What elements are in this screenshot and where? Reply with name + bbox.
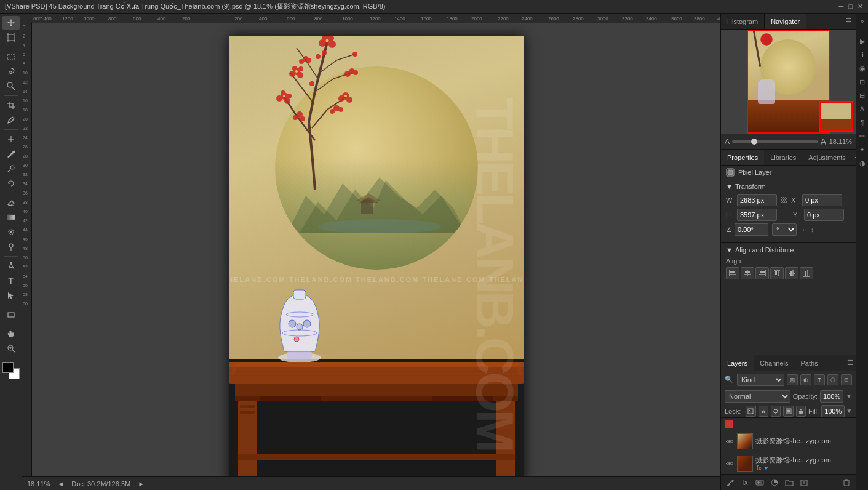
filter-pixel-btn[interactable]: ▨ — [787, 374, 798, 385]
link-layers-btn[interactable] — [725, 477, 736, 488]
new-fill-adj-btn[interactable] — [769, 477, 780, 488]
hand-tool[interactable] — [2, 327, 20, 340]
lasso-tool[interactable] — [2, 65, 20, 78]
lock-image-btn[interactable] — [759, 406, 768, 417]
fill-input[interactable] — [821, 405, 845, 417]
filter-shape-btn[interactable]: ⬡ — [827, 374, 838, 385]
brush-icon-r[interactable]: ✏ — [858, 131, 867, 141]
gradient-tool[interactable] — [2, 211, 20, 224]
flip-v-btn[interactable]: ↕ — [811, 226, 814, 233]
lock-all-btn[interactable] — [796, 406, 806, 417]
svg-point-82 — [316, 54, 321, 59]
arrow-right-btn[interactable]: ► — [138, 480, 145, 488]
h-input[interactable] — [737, 209, 777, 221]
info-icon[interactable]: ℹ — [858, 50, 867, 60]
align-section-title[interactable]: ▼ Align and Distribute — [726, 246, 851, 254]
align-bottom-btn[interactable] — [800, 267, 813, 279]
grid-icon[interactable]: ⊞ — [858, 77, 867, 87]
tab-libraries[interactable]: Libraries — [764, 150, 802, 165]
angle-dropdown[interactable]: ° — [772, 223, 797, 236]
blend-mode-select[interactable]: Normal — [725, 390, 790, 403]
tab-paths[interactable]: Paths — [795, 355, 824, 371]
tab-histogram[interactable]: Histogram — [721, 14, 765, 29]
lock-transparent-btn[interactable] — [746, 406, 755, 417]
align-hcenter-btn[interactable] — [741, 267, 754, 279]
filter-adj-btn[interactable]: ◐ — [800, 374, 811, 385]
zoom-in-btn[interactable]: A — [821, 137, 826, 147]
color-swatches[interactable] — [2, 362, 20, 379]
layer-item-0[interactable]: 摄影资源馆she...zyg.com — [721, 430, 856, 452]
transform-icon-r[interactable]: ⊟ — [858, 90, 867, 100]
align-right-btn[interactable] — [755, 267, 769, 279]
eyedropper-tool[interactable] — [2, 113, 20, 127]
tab-channels[interactable]: Channels — [754, 355, 794, 371]
zoom-tool[interactable] — [2, 342, 20, 355]
flip-h-btn[interactable]: ↔ — [802, 226, 808, 233]
type-tool[interactable]: T — [2, 274, 20, 287]
layer-visibility-1[interactable] — [725, 459, 735, 468]
layer-item-1[interactable]: 摄影资源馆she...zyg.com fx ▼ — [721, 452, 856, 474]
add-mask-btn[interactable] — [754, 477, 765, 488]
eraser-tool[interactable] — [2, 196, 20, 209]
marquee-tool[interactable] — [2, 50, 20, 63]
align-vcenter-btn[interactable] — [785, 267, 798, 279]
tab-adjustments[interactable]: Adjustments — [802, 150, 852, 165]
style-icon[interactable]: ✦ — [858, 145, 867, 155]
fill-dropdown-btn[interactable]: ▼ — [846, 408, 852, 414]
clone-stamp-tool[interactable] — [2, 162, 20, 175]
canvas-area[interactable]: THELANB.COM THELANB.COM THELANB.COM THEL… — [32, 23, 720, 476]
artboard-tool[interactable] — [2, 31, 20, 44]
play-icon[interactable]: ▶ — [858, 36, 867, 46]
new-layer-btn[interactable] — [798, 477, 810, 488]
char-icon[interactable]: A — [858, 104, 867, 114]
svg-rect-117 — [790, 271, 792, 276]
opacity-input[interactable] — [820, 390, 843, 403]
dodge-tool[interactable] — [2, 240, 20, 254]
align-left-btn[interactable] — [726, 267, 739, 279]
transform-section-title[interactable]: ▼ Transform — [726, 183, 851, 190]
y-input[interactable] — [804, 209, 844, 221]
move-tool[interactable] — [2, 16, 20, 30]
brush-tool[interactable] — [2, 147, 20, 161]
filter-smart-btn[interactable]: ⊞ — [841, 374, 852, 385]
link-wh-btn[interactable]: ⛓ — [779, 196, 789, 204]
delete-layer-btn[interactable] — [841, 477, 852, 488]
lock-position-btn[interactable] — [771, 406, 781, 417]
tab-properties[interactable]: Properties — [721, 150, 764, 165]
para-icon[interactable]: ¶ — [858, 118, 867, 127]
history-brush-tool[interactable] — [2, 177, 20, 190]
crop-tool[interactable] — [2, 98, 20, 112]
align-top-btn[interactable] — [770, 267, 784, 279]
minimize-btn[interactable]: ─ — [839, 2, 844, 10]
layers-menu-btn[interactable]: ☰ — [845, 359, 856, 367]
adjustment-icon[interactable]: ◑ — [858, 158, 867, 168]
navigator-menu-btn[interactable]: ☰ — [842, 14, 856, 29]
layer-visibility-0[interactable] — [725, 436, 735, 446]
zoom-slider[interactable] — [732, 140, 818, 143]
tab-navigator[interactable]: Navigator — [765, 14, 806, 29]
path-selection-tool[interactable] — [2, 289, 20, 302]
magic-wand-tool[interactable] — [2, 79, 20, 93]
tab-layers[interactable]: Layers — [721, 355, 754, 371]
zoom-out-btn[interactable]: A — [725, 137, 730, 146]
layer-kind-select[interactable]: Kind — [737, 374, 784, 386]
pen-tool[interactable] — [2, 259, 20, 273]
lock-artboard-btn[interactable] — [783, 406, 793, 417]
layer-filter-icon[interactable]: 🔍 — [725, 376, 733, 384]
angle-input[interactable] — [735, 223, 768, 236]
maximize-btn[interactable]: □ — [848, 2, 853, 10]
x-input[interactable] — [802, 194, 842, 206]
healing-tool[interactable] — [2, 132, 20, 146]
shape-tool[interactable] — [2, 308, 20, 321]
add-style-btn[interactable]: fx — [739, 477, 751, 488]
blur-tool[interactable] — [2, 225, 20, 239]
w-input[interactable] — [737, 194, 777, 206]
color-icon[interactable]: ◉ — [858, 63, 867, 73]
filter-type-btn[interactable]: T — [814, 374, 825, 385]
opacity-dropdown-btn[interactable]: ▼ — [846, 393, 852, 400]
new-group-btn[interactable] — [784, 477, 795, 488]
close-btn[interactable]: ✕ — [858, 2, 863, 10]
panel-expand-btn[interactable]: » — [858, 16, 867, 26]
arrow-left-btn[interactable]: ◄ — [57, 480, 64, 488]
transform-arrow: ▼ — [726, 183, 733, 190]
